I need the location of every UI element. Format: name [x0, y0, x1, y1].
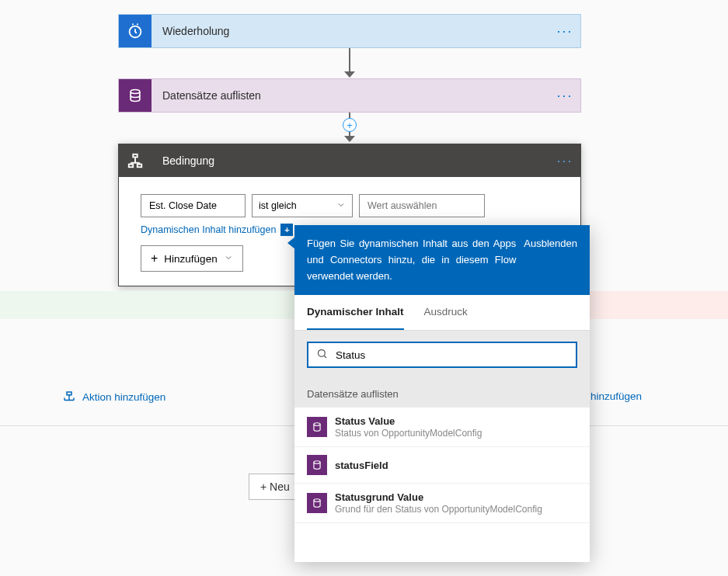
- connector-arrow: [349, 48, 350, 73]
- step-title: Datensätze auflisten: [152, 89, 549, 102]
- svg-point-1: [131, 90, 140, 94]
- more-icon[interactable]: ···: [549, 88, 580, 104]
- condition-left-input[interactable]: [141, 194, 246, 217]
- add-condition-button[interactable]: + Hinzufügen: [141, 245, 243, 272]
- svg-point-7: [314, 461, 320, 464]
- condition-right-input[interactable]: [359, 194, 485, 217]
- database-icon: [307, 417, 327, 437]
- tab-dynamic-content[interactable]: Dynamischer Inhalt: [307, 295, 404, 330]
- action-icon: [62, 390, 76, 403]
- tab-expression[interactable]: Ausdruck: [424, 295, 468, 330]
- item-title: Statusgrund Value: [335, 491, 577, 503]
- new-step-label: + Neu: [260, 481, 290, 493]
- dynamic-item-statusgrund-value[interactable]: Statusgrund Value Grund für den Status v…: [294, 484, 590, 523]
- step-title: Bedingung: [152, 154, 549, 167]
- plus-icon: +: [151, 252, 158, 265]
- dynamic-item-statusfield[interactable]: statusField: [294, 447, 590, 484]
- more-icon[interactable]: ···: [549, 153, 580, 169]
- step-title: Wiederholung: [152, 25, 549, 37]
- add-action-label: hinzufügen: [590, 390, 642, 402]
- add-action-no[interactable]: hinzufügen: [590, 390, 642, 402]
- item-subtitle: Status von OpportunityModelConfig: [335, 428, 577, 439]
- svg-point-8: [314, 499, 320, 502]
- condition-header[interactable]: Bedingung ···: [119, 144, 580, 177]
- add-button-label: Hinzufügen: [164, 253, 217, 265]
- database-icon: [307, 455, 327, 475]
- chevron-down-icon: [224, 253, 233, 265]
- add-step-button[interactable]: +: [343, 118, 357, 132]
- panel-header-text: Fügen Sie dynamischen Inhalt aus den App…: [307, 236, 516, 284]
- database-icon: [119, 79, 152, 112]
- arrow-head-icon: [344, 136, 355, 142]
- dynamic-content-panel: Fügen Sie dynamischen Inhalt aus den App…: [294, 225, 590, 562]
- item-title: statusField: [335, 460, 577, 471]
- search-box: [307, 342, 577, 368]
- tooltip-arrow-icon: [287, 237, 295, 249]
- new-step-button[interactable]: + Neu: [249, 474, 301, 500]
- panel-tabs: Dynamischer Inhalt Ausdruck: [294, 295, 590, 331]
- item-title: Status Value: [335, 415, 577, 427]
- svg-point-6: [314, 423, 320, 426]
- arrow-head-icon: [344, 71, 355, 78]
- add-action-yes[interactable]: Aktion hinzufügen: [62, 390, 165, 403]
- add-action-label: Aktion hinzufügen: [82, 391, 165, 403]
- dynamic-item-status-value[interactable]: Status Value Status von OpportunityModel…: [294, 408, 590, 447]
- svg-rect-4: [138, 165, 142, 168]
- clock-icon: [119, 15, 152, 47]
- item-subtitle: Grund für den Status von OpportunityMode…: [335, 504, 577, 515]
- svg-point-5: [319, 349, 326, 356]
- database-icon: [307, 493, 327, 513]
- step-recurrence[interactable]: Wiederholung ···: [118, 14, 581, 48]
- svg-rect-9: [67, 392, 71, 395]
- condition-operator-select[interactable]: ist gleich: [252, 194, 353, 217]
- hide-panel-link[interactable]: Ausblenden: [524, 236, 577, 284]
- svg-rect-3: [129, 165, 134, 168]
- svg-rect-2: [133, 154, 138, 158]
- search-icon: [316, 348, 328, 363]
- dynamic-badge-icon[interactable]: +: [280, 224, 293, 236]
- add-dynamic-content-link[interactable]: Dynamischen Inhalt hinzufügen: [141, 224, 276, 235]
- results-section-title: Datensätze auflisten: [294, 379, 590, 408]
- operator-label: ist gleich: [259, 200, 297, 211]
- panel-header: Fügen Sie dynamischen Inhalt aus den App…: [294, 225, 590, 295]
- condition-icon: [119, 144, 152, 177]
- search-input[interactable]: [336, 349, 568, 361]
- chevron-down-icon: [336, 200, 346, 212]
- step-list-records[interactable]: Datensätze auflisten ···: [118, 78, 581, 113]
- more-icon[interactable]: ···: [549, 23, 580, 40]
